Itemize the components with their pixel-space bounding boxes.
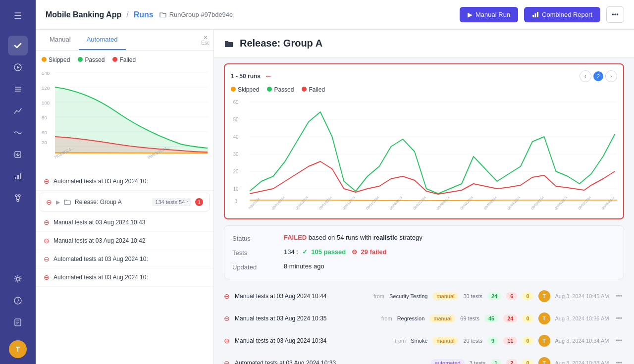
sidebar-export-icon[interactable] — [8, 145, 28, 164]
sidebar-bar-icon[interactable] — [8, 166, 28, 186]
svg-text:100: 100 — [42, 101, 50, 105]
rungroup-label: RunGroup #97bde94e — [169, 11, 233, 18]
svg-rect-7 — [17, 175, 19, 179]
svg-text:20: 20 — [42, 140, 47, 145]
sidebar-gear-icon[interactable] — [8, 269, 28, 289]
sidebar-check-icon[interactable] — [8, 36, 28, 55]
run-test-count-1: 69 tests — [460, 315, 479, 321]
manual-run-button[interactable]: ▶ Manual Run — [460, 7, 518, 22]
svg-text:08/03/2024: 08/03/2024 — [601, 196, 615, 210]
sidebar-play-icon[interactable] — [8, 57, 28, 77]
expand-icon: ▶ — [56, 199, 60, 206]
run-from-label-0: from — [373, 293, 384, 299]
left-area-chart: 140 120 100 80 60 20 — [42, 67, 208, 166]
release-title: Release: Group A — [240, 38, 322, 49]
run-item: ⊖ Manual tests at 03 Aug 2024 10:44 from… — [224, 285, 624, 308]
combined-report-button[interactable]: Combined Report — [524, 7, 600, 22]
run-avatar-0: T — [538, 290, 550, 302]
run-fail-dot-3: ⊖ — [224, 359, 230, 364]
run-from-0: Security Testing — [389, 293, 427, 299]
close-label: Esc — [201, 41, 210, 46]
run-more-1[interactable]: ••• — [614, 315, 624, 322]
run-more-0[interactable]: ••• — [614, 293, 624, 300]
run-more-3[interactable]: ••• — [614, 360, 624, 364]
run-failed-1: 24 — [503, 314, 517, 322]
manual-run-label: Manual Run — [476, 11, 510, 18]
updated-row: Updated 8 minutes ago — [232, 262, 616, 271]
svg-text:08/03/2024: 08/03/2024 — [578, 196, 592, 210]
tab-automated[interactable]: Automated — [79, 30, 126, 50]
run-from-label-1: from — [381, 315, 392, 321]
tests-label: Tests — [232, 248, 272, 257]
run-from-label-2: from — [395, 338, 406, 344]
group-stats: 134 tests 54 r — [152, 198, 191, 206]
fail-indicator: ⊖ — [44, 218, 50, 226]
svg-text:80: 80 — [42, 115, 47, 120]
sidebar-help-icon[interactable]: ? — [8, 291, 28, 311]
svg-text:120: 120 — [42, 86, 50, 91]
next-nav-button[interactable]: › — [605, 70, 617, 82]
tabs: Manual Automated ✕ Esc — [36, 30, 213, 51]
left-panel: Manual Automated ✕ Esc Skipped Passed Fa… — [36, 30, 214, 364]
chart-legend-skipped: Skipped — [231, 86, 259, 93]
prev-nav-button[interactable]: ‹ — [580, 70, 591, 82]
legend-passed: Passed — [78, 56, 105, 63]
sidebar-menu-icon[interactable]: ☰ — [8, 6, 28, 26]
list-item[interactable]: ⊖ Automated tests at 03 Aug 2024 10: — [36, 268, 213, 287]
legend-skipped: Skipped — [42, 56, 70, 63]
status-label: Status — [232, 234, 272, 242]
group-item[interactable]: ⊖ ▶ Release: Group A 134 tests 54 r 1 — [40, 193, 210, 211]
more-options-button[interactable]: ••• — [606, 6, 624, 23]
run-skipped-1: 0 — [522, 314, 533, 322]
content-area: Manual Automated ✕ Esc Skipped Passed Fa… — [36, 30, 634, 364]
run-list: ⊖ Manual tests at 03 Aug 2024 10:44 from… — [214, 285, 634, 364]
run-more-2[interactable]: ••• — [614, 337, 624, 344]
run-skipped-2: 0 — [522, 337, 533, 345]
svg-text:08/03/2024: 08/03/2024 — [507, 196, 521, 210]
left-legend: Skipped Passed Failed — [42, 56, 208, 63]
item-label: Automated tests at 03 Aug 2024 10: — [53, 256, 148, 262]
svg-text:08/01/2024: 08/01/2024 — [366, 196, 380, 210]
chart-navigation: ‹ 2 › — [580, 70, 617, 82]
svg-text:?: ? — [16, 298, 19, 304]
svg-point-9 — [15, 195, 17, 197]
tests-value: 134 : ✓ 105 passed ⊖ 29 failed — [284, 248, 387, 256]
list-item[interactable]: ⊖ Automated tests at 03 Aug 2024 10: — [36, 172, 213, 191]
chart-legend: Skipped Passed Failed — [231, 86, 617, 93]
sidebar-docs-icon[interactable] — [8, 312, 28, 332]
group-count-badge: 1 — [195, 198, 203, 206]
release-header: Release: Group A — [214, 30, 634, 57]
more-icon: ••• — [612, 11, 619, 18]
list-item[interactable]: ⊖ Manual tests at 03 Aug 2024 10:43 — [36, 213, 213, 232]
sidebar-wave-icon[interactable] — [8, 123, 28, 143]
svg-text:08/01/2024: 08/01/2024 — [295, 196, 309, 210]
release-folder-icon — [224, 39, 234, 49]
tab-close-button[interactable]: ✕ Esc — [201, 35, 210, 46]
section-name: Runs — [134, 10, 154, 19]
group-folder-icon — [64, 199, 71, 206]
svg-text:30: 30 — [233, 152, 239, 157]
svg-text:08/02/2024: 08/02/2024 — [436, 196, 450, 210]
chart-popup: 1 - 50 runs ← ‹ 2 › Skipped Passed Faile… — [224, 63, 624, 219]
sidebar-list-icon[interactable] — [8, 79, 28, 99]
user-avatar[interactable]: T — [9, 340, 27, 358]
list-item[interactable]: ⊖ Manual tests at 03 Aug 2024 10:42 — [36, 232, 213, 250]
sidebar-fork-icon[interactable] — [8, 188, 28, 208]
svg-text:08/03/2024: 08/03/2024 — [483, 196, 498, 210]
status-panel: Status FAILED based on 54 runs with real… — [224, 225, 624, 279]
run-from-2: Smoke — [411, 338, 427, 344]
title-separator: / — [126, 10, 128, 19]
fail-indicator: ⊖ — [44, 177, 50, 185]
svg-rect-20 — [535, 13, 536, 17]
group-fail-indicator: ⊖ — [46, 198, 52, 206]
failed-count: ⊖ 29 failed — [352, 248, 387, 256]
tab-manual[interactable]: Manual — [42, 30, 79, 50]
svg-text:08/03/2024: 08/03/2024 — [530, 196, 545, 210]
tests-row: Tests 134 : ✓ 105 passed ⊖ 29 failed — [232, 248, 616, 257]
sidebar-trend-icon[interactable] — [8, 101, 28, 121]
runs-label: 1 - 50 runs — [231, 73, 261, 80]
svg-text:08/01/2024: 08/01/2024 — [271, 196, 285, 210]
list-item[interactable]: ⊖ Automated tests at 03 Aug 2024 10: — [36, 250, 213, 268]
run-date-1: Aug 3, 2024 10:36 AM — [555, 315, 609, 321]
status-suffix: based on 54 runs with realistic strategy — [309, 234, 423, 241]
